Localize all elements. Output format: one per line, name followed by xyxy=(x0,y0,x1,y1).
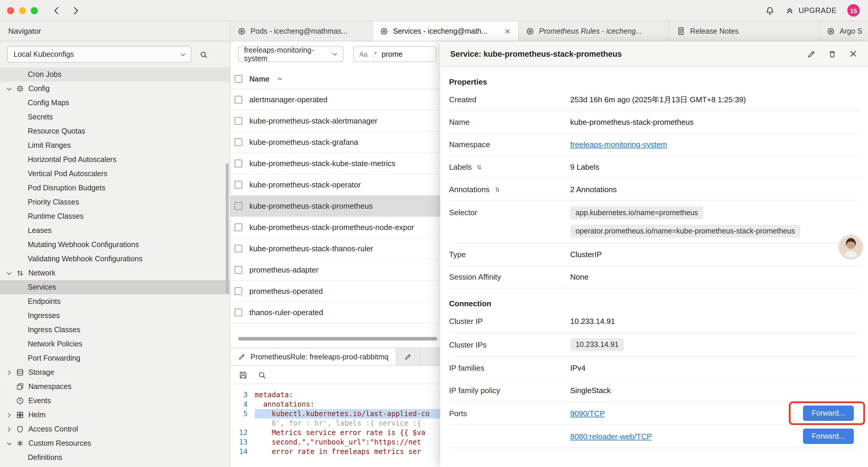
tab-services[interactable]: Services - icecheng@math... xyxy=(373,21,519,41)
sidebar-item-services[interactable]: Services xyxy=(0,280,230,294)
sidebar-item-ingresses[interactable]: Ingresses xyxy=(0,309,230,323)
detail-label: Namespace xyxy=(449,140,490,149)
annotation-highlight: Forward... xyxy=(803,406,861,421)
row-checkbox[interactable] xyxy=(235,159,242,167)
sidebar-item-pod-disruption-budgets[interactable]: Pod Disruption Budgets xyxy=(0,181,230,195)
sidebar-item-helm[interactable]: Helm xyxy=(0,408,230,422)
row-checkbox[interactable] xyxy=(235,202,242,210)
minimize-window-button[interactable] xyxy=(19,7,26,14)
chevron-right-icon[interactable] xyxy=(6,412,16,418)
save-button[interactable] xyxy=(239,370,248,379)
tab-pods[interactable]: Pods - icecheng@mathmas... xyxy=(230,21,373,41)
sidebar-item-validating-webhook-configurations[interactable]: Validating Webhook Configurations xyxy=(0,252,230,266)
editor-search-button[interactable] xyxy=(258,370,267,379)
kubeconfig-bar: Local Kubeconfigs xyxy=(0,41,230,67)
namespace-link[interactable]: freeleaps-monitoring-system xyxy=(570,140,861,149)
sidebar-item-events[interactable]: Events xyxy=(0,394,230,408)
sidebar-item-custom-resources[interactable]: Custom Resources xyxy=(0,436,230,450)
close-window-button[interactable] xyxy=(7,7,14,14)
row-checkbox[interactable] xyxy=(235,287,242,295)
sidebar-item-storage[interactable]: Storage xyxy=(0,365,230,380)
detail-label: Labels xyxy=(449,163,472,171)
tab-label: Services - icecheng@math... xyxy=(393,27,497,35)
detail-value: kube-prometheus-stack-prometheus xyxy=(570,118,861,126)
forward-button[interactable] xyxy=(71,6,80,15)
row-checkbox[interactable] xyxy=(235,224,242,231)
sidebar-item-namespaces[interactable]: Namespaces xyxy=(0,380,230,394)
sidebar-item-ingress-classes[interactable]: Ingress Classes xyxy=(0,323,230,337)
sidebar-item-vertical-pod-autoscalers[interactable]: Vertical Pod Autoscalers xyxy=(0,167,230,181)
case-sensitive-toggle[interactable]: Aa xyxy=(359,51,368,58)
sidebar-item-endpoints[interactable]: Endpoints xyxy=(0,294,230,309)
row-checkbox[interactable] xyxy=(235,309,242,316)
sidebar-item-horizontal-pod-autoscalers[interactable]: Horizontal Pod Autoscalers xyxy=(0,152,230,167)
row-checkbox[interactable] xyxy=(235,117,242,125)
chevron-down-icon[interactable] xyxy=(6,440,16,447)
sort-icon[interactable] xyxy=(476,164,483,171)
dock-tab-partial[interactable] xyxy=(397,348,421,365)
drawer-actions xyxy=(807,49,858,59)
port-link[interactable]: 9090/TCP xyxy=(570,409,605,418)
detail-row-namespace: Namespacefreeleaps-monitoring-system xyxy=(449,134,861,156)
tab-release-notes[interactable]: Release Notes xyxy=(670,21,819,41)
sidebar-item-mutating-webhook-configurations[interactable]: Mutating Webhook Configurations xyxy=(0,238,230,252)
sidebar-item-network-policies[interactable]: Network Policies xyxy=(0,337,230,351)
port-link[interactable]: 8080:reloader-web/TCP xyxy=(570,432,652,441)
sidebar-item-secrets[interactable]: Secrets xyxy=(0,110,230,124)
sidebar-item-runtime-classes[interactable]: Runtime Classes xyxy=(0,209,230,224)
sidebar-item-port-forwarding[interactable]: Port Forwarding xyxy=(0,351,230,365)
forward-button[interactable]: Forward... xyxy=(803,429,854,444)
horizontal-scrollbar[interactable] xyxy=(238,337,437,341)
sidebar-item-cron-jobs[interactable]: Cron Jobs xyxy=(0,67,230,82)
sidebar-item-access-control[interactable]: Access Control xyxy=(0,422,230,436)
storage-icon xyxy=(16,368,28,377)
forward-button[interactable]: Forward... xyxy=(803,406,854,421)
sort-ascending-icon[interactable] xyxy=(277,76,283,82)
chevron-right-icon[interactable] xyxy=(6,369,16,376)
properties-list: Created253d 16h 6m ago (2025年1月13日 GMT+8… xyxy=(449,89,861,289)
upgrade-button[interactable]: UPGRADE xyxy=(785,6,837,15)
edit-button[interactable] xyxy=(807,49,816,58)
namespace-filter-select[interactable]: freeleaps-monitoring-system xyxy=(238,46,343,62)
avatar[interactable] xyxy=(840,235,862,258)
maximize-window-button[interactable] xyxy=(31,7,38,14)
detail-row-type: TypeClusterIP xyxy=(449,243,861,266)
delete-button[interactable] xyxy=(828,49,837,58)
sidebar-item-resource-quotas[interactable]: Resource Quotas xyxy=(0,124,230,138)
row-checkbox[interactable] xyxy=(235,181,242,188)
back-button[interactable] xyxy=(52,6,61,15)
close-drawer-button[interactable] xyxy=(848,49,858,59)
sidebar-item-leases[interactable]: Leases xyxy=(0,224,230,238)
sidebar-item-definitions[interactable]: Definitions xyxy=(0,450,230,465)
notification-badge[interactable]: 15 xyxy=(847,4,860,17)
service-name: kube-prometheus-stack-prometheus xyxy=(249,202,373,210)
dock-tab-prometheusrule[interactable]: PrometheusRule: freeleaps-prod-rabbitmq xyxy=(230,348,397,365)
tab-prometheus-rules[interactable]: Prometheus Rules - icecheng... xyxy=(519,21,670,41)
sidebar-vertical-scrollbar[interactable] xyxy=(226,163,229,294)
chevron-down-icon[interactable] xyxy=(6,270,16,276)
search-input[interactable]: Aa .* prome xyxy=(353,46,436,62)
kubeconfig-select[interactable]: Local Kubeconfigs xyxy=(7,46,191,63)
sidebar-item-priority-classes[interactable]: Priority Classes xyxy=(0,195,230,209)
row-checkbox[interactable] xyxy=(235,138,242,146)
detail-value: 253d 16h 6m ago (2025年1月13日 GMT+8 1:25:3… xyxy=(570,94,861,105)
sidebar-item-config[interactable]: Config xyxy=(0,82,230,96)
row-checkbox[interactable] xyxy=(235,266,242,274)
navigator-header: Navigator xyxy=(0,21,230,41)
sidebar-item-network[interactable]: Network xyxy=(0,266,230,280)
detail-value: ClusterIP xyxy=(570,250,861,259)
regex-toggle[interactable]: .* xyxy=(372,51,377,58)
row-checkbox[interactable] xyxy=(235,96,242,104)
tab-argo[interactable]: Argo S xyxy=(819,21,868,41)
close-tab-icon[interactable] xyxy=(504,28,511,35)
sidebar-search-button[interactable] xyxy=(199,50,208,59)
chevron-right-icon[interactable] xyxy=(6,426,16,432)
row-checkbox[interactable] xyxy=(235,245,242,253)
sort-icon[interactable] xyxy=(494,186,501,193)
name-column-header[interactable]: Name xyxy=(249,75,270,83)
sidebar-item-limit-ranges[interactable]: Limit Ranges xyxy=(0,138,230,152)
sidebar-item-config-maps[interactable]: Config Maps xyxy=(0,96,230,110)
select-all-checkbox[interactable] xyxy=(235,75,242,83)
notifications-bell-icon[interactable] xyxy=(766,6,775,15)
chevron-down-icon[interactable] xyxy=(6,85,16,92)
